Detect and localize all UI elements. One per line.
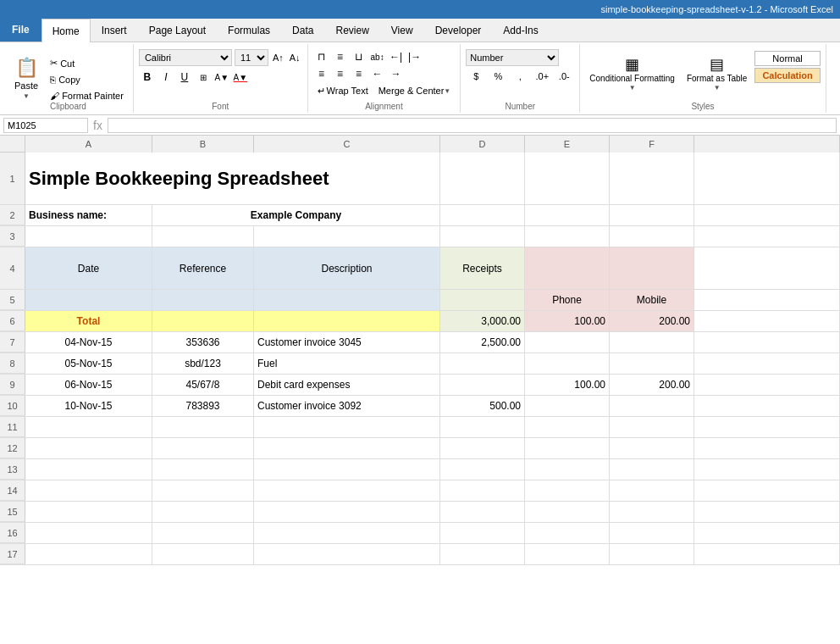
cell-10e[interactable] (525, 396, 610, 416)
cell-15a[interactable] (25, 502, 152, 522)
cell-12d[interactable] (440, 438, 525, 458)
decrease-font-icon[interactable]: A↓ (288, 53, 302, 63)
align-left-button[interactable]: ≡ (313, 66, 330, 81)
cell-4f-blank[interactable] (610, 247, 694, 289)
cell-8a[interactable]: 05-Nov-15 (25, 353, 152, 374)
tab-formulas[interactable]: Formulas (217, 18, 281, 42)
cell-9a[interactable]: 06-Nov-15 (25, 375, 152, 395)
cell-9e[interactable]: 100.00 (525, 375, 610, 395)
italic-button[interactable]: I (158, 69, 174, 86)
cell-3d[interactable] (440, 226, 525, 247)
cell-7c[interactable]: Customer invoice 3045 (254, 332, 440, 353)
cell-6c[interactable] (254, 311, 440, 331)
col-header-e[interactable]: E (525, 136, 610, 153)
font-size-select[interactable]: 11 12 (235, 49, 268, 66)
cell-5d[interactable] (440, 290, 525, 310)
cell-10f[interactable] (610, 396, 694, 416)
cell-3c[interactable] (254, 226, 440, 247)
col-header-c[interactable]: C (254, 136, 440, 153)
title-cell[interactable]: Simple Bookkeeping Spreadsheet (25, 153, 440, 204)
total-mobile[interactable]: 200.00 (610, 311, 694, 331)
header-phone[interactable]: Phone (525, 290, 610, 310)
cell-9f[interactable]: 200.00 (610, 375, 694, 395)
outdent-button[interactable]: ← (369, 66, 386, 81)
tab-page-layout[interactable]: Page Layout (138, 18, 217, 42)
cell-8c[interactable]: Fuel (254, 353, 440, 374)
percent-button[interactable]: % (488, 69, 508, 84)
cell-3a[interactable] (25, 226, 152, 247)
cell-5b[interactable] (152, 290, 254, 310)
cell-9c[interactable]: Debit card expenses (254, 375, 440, 395)
cell-reference-box[interactable]: M1025 (3, 118, 88, 133)
cell-11f[interactable] (610, 417, 694, 437)
increase-font-icon[interactable]: A↑ (271, 53, 285, 63)
col-header-f[interactable]: F (610, 136, 694, 153)
cell-11b[interactable] (152, 417, 254, 437)
cell-14b[interactable] (152, 480, 254, 501)
cell-15f[interactable] (610, 502, 694, 522)
tab-review[interactable]: Review (324, 18, 379, 42)
cell-8f[interactable] (610, 353, 694, 374)
tab-developer[interactable]: Developer (424, 18, 493, 42)
cell-15e[interactable] (525, 502, 610, 522)
comma-button[interactable]: , (510, 69, 530, 84)
tab-add-ins[interactable]: Add-Ins (492, 18, 549, 42)
total-receipts[interactable]: 3,000.00 (440, 311, 525, 331)
cell-9d[interactable] (440, 375, 525, 395)
cell-13d[interactable] (440, 459, 525, 480)
normal-style-button[interactable]: Normal (754, 51, 820, 66)
cell-2e[interactable] (525, 205, 610, 225)
align-middle-button[interactable]: ≡ (332, 49, 349, 64)
cell-13f[interactable] (610, 459, 694, 480)
cell-17f[interactable] (610, 544, 694, 564)
cell-14d[interactable] (440, 480, 525, 501)
cell-2f[interactable] (610, 205, 694, 225)
border-button[interactable]: ⊞ (195, 69, 212, 86)
cell-6b[interactable] (152, 311, 254, 331)
cell-16f[interactable] (610, 523, 694, 543)
tab-insert[interactable]: Insert (91, 18, 138, 42)
fill-color-button[interactable]: A▼ (213, 69, 230, 86)
format-as-table-button[interactable]: ▤ Format as Table ▼ (682, 47, 752, 98)
cell-17b[interactable] (152, 544, 254, 564)
paste-button[interactable]: 📋 Paste ▼ (8, 53, 44, 104)
cell-4e-blank[interactable] (525, 247, 610, 289)
tab-view[interactable]: View (380, 18, 424, 42)
currency-button[interactable]: $ (466, 69, 486, 84)
cell-16b[interactable] (152, 523, 254, 543)
cell-12a[interactable] (25, 438, 152, 458)
wrap-text-button[interactable]: ↵ Wrap Text (313, 84, 373, 98)
calculation-style-button[interactable]: Calculation (754, 68, 820, 83)
formula-input[interactable] (108, 118, 837, 133)
cell-7d[interactable]: 2,500.00 (440, 332, 525, 353)
cell-9b[interactable]: 45/67/8 (152, 375, 254, 395)
header-mobile[interactable]: Mobile (610, 290, 694, 310)
cell-14e[interactable] (525, 480, 610, 501)
increase-decimal-button[interactable]: .0+ (532, 69, 552, 84)
decrease-decimal-button[interactable]: .0- (554, 69, 574, 84)
copy-button[interactable]: ⎘ Copy (46, 72, 128, 87)
col-header-d[interactable]: D (440, 136, 525, 153)
total-phone[interactable]: 100.00 (525, 311, 610, 331)
tab-home[interactable]: Home (41, 19, 91, 42)
cell-13b[interactable] (152, 459, 254, 480)
cell-15d[interactable] (440, 502, 525, 522)
cell-8b[interactable]: sbd/123 (152, 353, 254, 374)
align-right-button[interactable]: ≡ (351, 66, 368, 81)
cell-1f[interactable] (610, 153, 694, 204)
cell-10b[interactable]: 783893 (152, 396, 254, 416)
cell-14a[interactable] (25, 480, 152, 501)
cell-11d[interactable] (440, 417, 525, 437)
cell-16a[interactable] (25, 523, 152, 543)
cell-13e[interactable] (525, 459, 610, 480)
align-top-button[interactable]: ⊓ (313, 49, 330, 64)
header-description[interactable]: Description (254, 247, 440, 289)
total-label[interactable]: Total (25, 311, 152, 331)
cell-3f[interactable] (610, 226, 694, 247)
cut-button[interactable]: ✂ Cut (46, 56, 128, 71)
header-reference[interactable]: Reference (152, 247, 254, 289)
font-color-button[interactable]: A▼ (232, 69, 249, 86)
col-header-b[interactable]: B (152, 136, 254, 153)
cell-15c[interactable] (254, 502, 440, 522)
col-header-a[interactable]: A (25, 136, 152, 153)
